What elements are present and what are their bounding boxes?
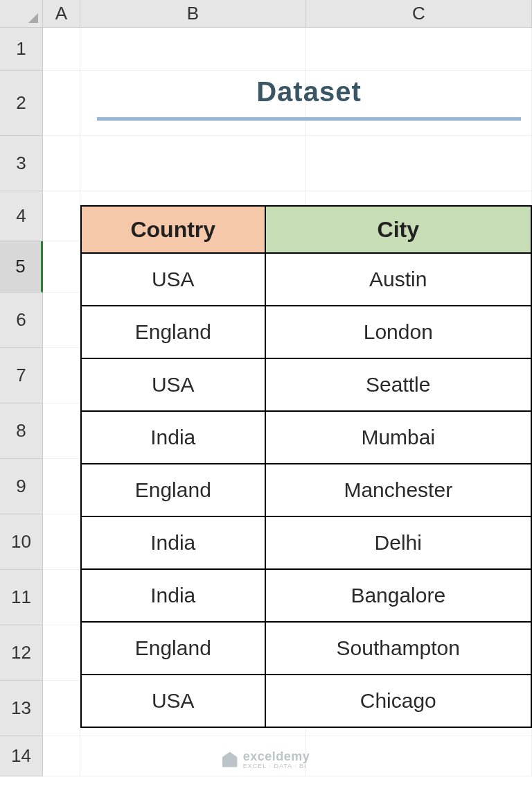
col-header-C[interactable]: C xyxy=(306,0,532,28)
row-header-10[interactable]: 10 xyxy=(0,514,43,570)
col-header-B[interactable]: B xyxy=(80,0,306,28)
row-header-7[interactable]: 7 xyxy=(0,348,43,403)
cell-A6[interactable] xyxy=(43,293,80,348)
cell-A11[interactable] xyxy=(43,570,80,625)
row-header-12[interactable]: 12 xyxy=(0,625,43,681)
cell-C1[interactable] xyxy=(306,28,532,71)
cell-A9[interactable] xyxy=(43,459,80,514)
cell-B5[interactable] xyxy=(80,241,306,293)
cell-A10[interactable] xyxy=(43,514,80,570)
row-header-8[interactable]: 8 xyxy=(0,403,43,459)
cell-C11[interactable] xyxy=(306,570,532,625)
row-header-6[interactable]: 6 xyxy=(0,293,43,348)
cell-A3[interactable] xyxy=(43,136,80,191)
cell-C13[interactable] xyxy=(306,681,532,736)
cell-C12[interactable] xyxy=(306,625,532,681)
cell-A8[interactable] xyxy=(43,403,80,459)
cell-A7[interactable] xyxy=(43,348,80,403)
cell-B11[interactable] xyxy=(80,570,306,625)
row-header-13[interactable]: 13 xyxy=(0,681,43,736)
cell-C8[interactable] xyxy=(306,403,532,459)
cell-B8[interactable] xyxy=(80,403,306,459)
cell-C2[interactable] xyxy=(306,71,532,136)
row-header-14[interactable]: 14 xyxy=(0,736,43,776)
cell-C6[interactable] xyxy=(306,293,532,348)
cell-C5[interactable] xyxy=(306,241,532,293)
cell-A14[interactable] xyxy=(43,736,80,776)
cell-B7[interactable] xyxy=(80,348,306,403)
cell-B10[interactable] xyxy=(80,514,306,570)
cell-C4[interactable] xyxy=(306,191,532,241)
row-header-5[interactable]: 5 xyxy=(0,241,43,293)
cell-C14[interactable] xyxy=(306,736,532,776)
cell-B6[interactable] xyxy=(80,293,306,348)
cell-A2[interactable] xyxy=(43,71,80,136)
cell-C7[interactable] xyxy=(306,348,532,403)
cell-A5[interactable] xyxy=(43,241,80,293)
cell-B9[interactable] xyxy=(80,459,306,514)
cell-A4[interactable] xyxy=(43,191,80,241)
cell-B14[interactable] xyxy=(80,736,306,776)
cell-B1[interactable] xyxy=(80,28,306,71)
cell-B3[interactable] xyxy=(80,136,306,191)
row-header-2[interactable]: 2 xyxy=(0,71,43,136)
row-header-1[interactable]: 1 xyxy=(0,28,43,71)
cell-C10[interactable] xyxy=(306,514,532,570)
row-header-4[interactable]: 4 xyxy=(0,191,43,241)
col-header-A[interactable]: A xyxy=(43,0,80,28)
cell-C9[interactable] xyxy=(306,459,532,514)
cell-A13[interactable] xyxy=(43,681,80,736)
select-all-corner[interactable] xyxy=(0,0,43,28)
cell-B2[interactable] xyxy=(80,71,306,136)
cell-A12[interactable] xyxy=(43,625,80,681)
row-header-11[interactable]: 11 xyxy=(0,570,43,625)
cell-B13[interactable] xyxy=(80,681,306,736)
cell-A1[interactable] xyxy=(43,28,80,71)
row-header-3[interactable]: 3 xyxy=(0,136,43,191)
row-header-9[interactable]: 9 xyxy=(0,459,43,514)
cell-B4[interactable] xyxy=(80,191,306,241)
cell-B12[interactable] xyxy=(80,625,306,681)
spreadsheet-grid: A B C 1 2 3 4 5 6 7 8 9 10 11 12 13 xyxy=(0,0,532,776)
cell-C3[interactable] xyxy=(306,136,532,191)
